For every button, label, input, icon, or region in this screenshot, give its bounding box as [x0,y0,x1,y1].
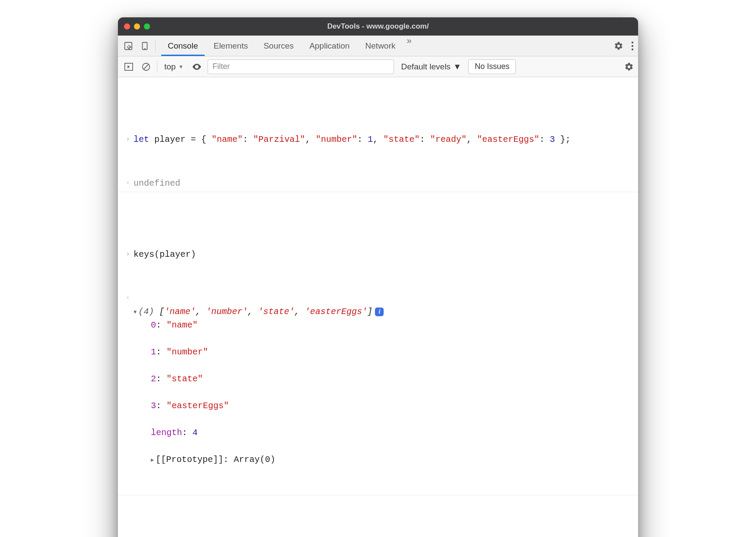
code-line[interactable]: keys(player) [134,248,634,261]
array-entry[interactable]: 1: "number" [134,345,634,359]
console-input-row: › keys(player) [118,246,638,263]
undefined-result: undefined [134,177,634,190]
close-icon[interactable] [124,23,130,29]
array-prototype[interactable]: [[Prototype]]: Array(0) [134,453,634,466]
context-label: top [164,62,176,72]
zoom-icon[interactable] [144,23,150,29]
main-tabbar: Console Elements Sources Application Net… [118,36,638,56]
context-selector[interactable]: top ▼ [162,62,186,72]
more-tabs-icon[interactable]: » [403,36,415,56]
levels-label: Default levels [401,62,450,72]
live-expression-icon[interactable] [190,60,203,73]
collapse-icon[interactable] [134,308,137,317]
chevron-down-icon: ▼ [178,64,183,70]
array-entry[interactable]: 0: "name" [134,318,634,332]
traffic-lights [124,23,150,29]
devtools-window: DevTools - www.google.com/ Console Eleme… [118,17,638,537]
device-toggle-icon[interactable] [139,40,151,52]
console-result-row: ‹ (4) ['name', 'number', 'state', 'easte… [118,290,638,495]
chevron-down-icon: ▼ [453,62,461,72]
log-levels-selector[interactable]: Default levels ▼ [398,62,464,72]
array-length[interactable]: length: 4 [134,426,634,439]
divider [155,40,156,52]
tab-network[interactable]: Network [358,36,404,56]
svg-point-4 [632,45,633,46]
console-output: › let player = { "name": "Parzival", "nu… [118,77,638,537]
inspect-element-icon[interactable] [122,40,134,52]
minimize-icon[interactable] [134,23,140,29]
settings-icon[interactable] [614,41,623,51]
console-input-row: › let player = { "name": "Parzival", "nu… [118,131,638,148]
tab-elements[interactable]: Elements [206,36,256,56]
svg-point-5 [632,48,633,50]
input-chevron-icon: › [122,133,134,146]
array-entry[interactable]: 2: "state" [134,372,634,386]
filter-input[interactable] [208,59,394,74]
svg-point-9 [196,66,198,68]
console-settings-icon[interactable] [624,62,634,72]
output-chevron-icon: ‹ [126,177,130,188]
info-icon[interactable]: i [375,308,384,316]
console-toolbar: top ▼ Default levels ▼ No Issues [118,56,638,77]
console-result-row: ‹ undefined [118,175,638,192]
kebab-menu-icon[interactable] [631,41,634,51]
svg-line-8 [144,64,149,69]
tab-application[interactable]: Application [302,36,358,56]
tab-sources[interactable]: Sources [256,36,302,56]
expand-icon[interactable] [151,455,154,465]
sidebar-toggle-icon[interactable] [122,60,135,73]
titlebar: DevTools - www.google.com/ [118,17,638,36]
tab-console[interactable]: Console [160,36,206,56]
window-title: DevTools - www.google.com/ [118,22,638,31]
array-result[interactable]: (4) ['name', 'number', 'state', 'easterE… [134,291,634,493]
clear-console-icon[interactable] [140,60,153,73]
svg-point-3 [632,41,633,43]
issues-button[interactable]: No Issues [468,59,516,74]
divider [157,61,157,72]
input-chevron-icon: › [122,248,134,261]
array-entry[interactable]: 3: "easterEggs" [134,399,634,413]
output-chevron-icon: ‹ [126,291,130,303]
code-line[interactable]: let player = { "name": "Parzival", "numb… [134,133,634,146]
